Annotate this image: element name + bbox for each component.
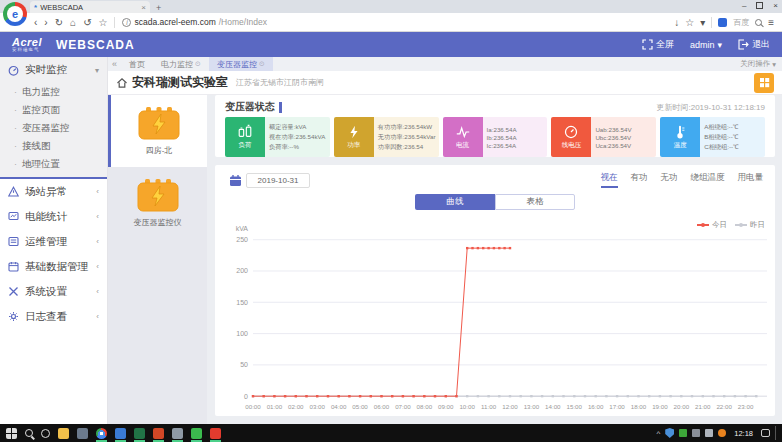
tab-close-icon[interactable]: × [141,3,146,12]
start-icon[interactable] [6,428,17,439]
powerpoint-icon[interactable] [153,428,164,439]
sidebar-item-monitor-page[interactable]: ·监控页面 [0,101,107,119]
tab-winding-temp[interactable]: 绕组温度 [691,172,725,188]
app-blue-icon[interactable] [115,428,126,439]
dropdown-caret-icon[interactable]: ▾ [700,17,705,28]
device-card-transformer-2[interactable]: 变压器监控仪 [108,167,207,239]
calendar-icon[interactable] [229,174,242,187]
bullet-icon: · [14,105,17,115]
sidebar-item-ops-management[interactable]: 运维管理‹ [0,229,107,254]
tray-app-icon[interactable] [705,429,713,437]
sidebar-item-power-monitor[interactable]: ·电力监控 [0,83,107,101]
download-icon[interactable]: ↓ [674,17,679,28]
file-explorer-icon[interactable] [58,428,69,439]
tab-action-icon[interactable]: ⊙ [259,60,265,68]
window-maximize-button[interactable] [756,2,763,9]
card-row: 负荷率:--% [269,143,330,152]
status-card-temperature: 温度 A相绕组:--℃ B相绕组:--℃ C相绕组:--℃ [660,117,765,157]
device-list: 四房-北 变压器监控仪 [108,95,207,424]
sidebar-item-system-settings[interactable]: 系统设置‹ [0,279,107,304]
sidebar-item-station-alarm[interactable]: 场站异常‹ [0,179,107,204]
favorite-star-icon[interactable]: ☆ [685,17,694,28]
window-minimize-button[interactable]: – [742,1,746,10]
excel-icon[interactable] [134,428,145,439]
url-field[interactable]: i scada.acrel-eem.com/Home/Index [122,17,266,27]
sidebar-item-transformer-monitor[interactable]: ·变压器监控 [0,119,107,137]
browser-tab-strip: e * WEBSCADA × + – × [0,0,782,13]
fullscreen-icon [642,39,653,50]
show-desktop-button[interactable] [775,426,778,440]
logout-button[interactable]: 退出 [738,38,770,51]
wechat-icon[interactable] [191,428,202,439]
tab-apparent[interactable]: 视在 [601,172,618,188]
user-menu[interactable]: admin ▾ [690,40,722,50]
tray-expand-icon[interactable]: ^ [656,429,660,438]
chart-canvas[interactable]: 今日 昨日 050100150200250kVA00:0001:0002:000… [215,210,775,416]
fullscreen-button[interactable]: 全屏 [642,38,674,51]
sidebar-item-realtime-monitor[interactable]: 实时监控 ▾ [0,57,107,83]
tab-action-icon[interactable]: ⊙ [195,60,201,68]
browser-menu-icon[interactable]: ≡ [768,17,774,28]
tray-app-icon[interactable] [692,429,700,437]
back-icon[interactable]: ‹ [34,17,37,28]
tray-app-icon[interactable] [679,429,687,437]
nav-grid-button[interactable] [754,73,774,93]
curve-view-button[interactable]: 曲线 [415,194,495,210]
sidebar-item-base-data[interactable]: 基础数据管理‹ [0,254,107,279]
search-magnifier-icon[interactable] [755,19,762,26]
tab-energy-usage[interactable]: 用电量 [738,172,764,188]
chart-panel: 视在 有功 无功 绕组温度 用电量 曲线 表格 [215,165,775,416]
clock[interactable]: 12:18 [731,429,756,438]
device-card-transformer-1[interactable]: 四房-北 [108,95,207,167]
table-view-button[interactable]: 表格 [495,194,575,210]
svg-text:100: 100 [236,330,248,337]
legend-yesterday[interactable]: 昨日 [735,220,765,230]
new-tab-button[interactable]: + [156,3,161,13]
baidu-search-box[interactable]: 百度 [733,17,749,28]
tab-power-monitor[interactable]: 电力监控⊙ [153,57,209,71]
collapse-tabs-icon[interactable]: « [112,59,117,69]
forward-icon[interactable]: › [44,17,47,28]
search-icon[interactable] [25,429,33,437]
browser-logo-icon[interactable]: e [3,2,27,26]
tab-reactive-power[interactable]: 无功 [661,172,678,188]
window-close-button[interactable]: × [773,1,778,10]
tab-home[interactable]: 首页 [121,57,153,71]
date-input[interactable] [246,173,310,188]
browser-tab[interactable]: * WEBSCADA × [30,1,150,13]
status-card-line-voltage: 线电压 Uab:236.54V Ubc:236.54V Uca:236.54V [551,117,656,157]
sidebar-item-wiring-diagram[interactable]: ·接线图 [0,137,107,155]
undo-icon[interactable]: ↺ [83,17,91,28]
svg-text:14:00: 14:00 [545,403,561,410]
power-icon [346,124,362,140]
sidebar-item-energy-stats[interactable]: 电能统计‹ [0,204,107,229]
card-row: 功率因数:236.54 [378,143,439,152]
svg-text:07:00: 07:00 [395,403,411,410]
tab-active-power[interactable]: 有功 [631,172,648,188]
product-title: WEBSCADA [56,38,135,52]
cortana-icon[interactable] [41,429,50,438]
home-icon[interactable]: ⌂ [70,17,76,28]
svg-text:01:00: 01:00 [267,403,283,410]
tray-app-icon[interactable] [718,429,726,437]
sidebar-item-geo-location[interactable]: ·地理位置 [0,155,107,173]
security-shield-icon[interactable] [665,428,674,438]
monitor-app-icon[interactable] [77,428,88,439]
site-info-icon[interactable]: i [122,18,131,27]
close-operations-button[interactable]: 关闭操作▾ [740,59,782,69]
legend-today[interactable]: 今日 [697,220,727,230]
screen: e * WEBSCADA × + – × ‹ › ↻ ⌂ ↺ ☆ i scada… [0,0,782,442]
site-home-icon [116,77,128,89]
baidu-search-icon[interactable] [718,18,727,27]
refresh-icon[interactable]: ↻ [55,17,63,28]
chrome-icon[interactable] [96,428,107,439]
card-row: A相绕组:--℃ [704,123,765,132]
bookmark-star-icon[interactable]: ☆ [99,17,108,28]
caret-down-icon: ▾ [772,60,776,69]
sidebar-item-log-view[interactable]: 日志查看‹ [0,304,107,329]
app-media-icon[interactable] [172,428,183,439]
app-red-icon[interactable] [210,428,221,439]
notification-icon[interactable] [761,429,770,437]
tab-transformer-monitor[interactable]: 变压器监控⊙ [209,57,273,71]
transformer-status-panel: 变压器状态 更新时间:2019-10-31 12:18:19 负荷 额定容量: [215,95,775,157]
